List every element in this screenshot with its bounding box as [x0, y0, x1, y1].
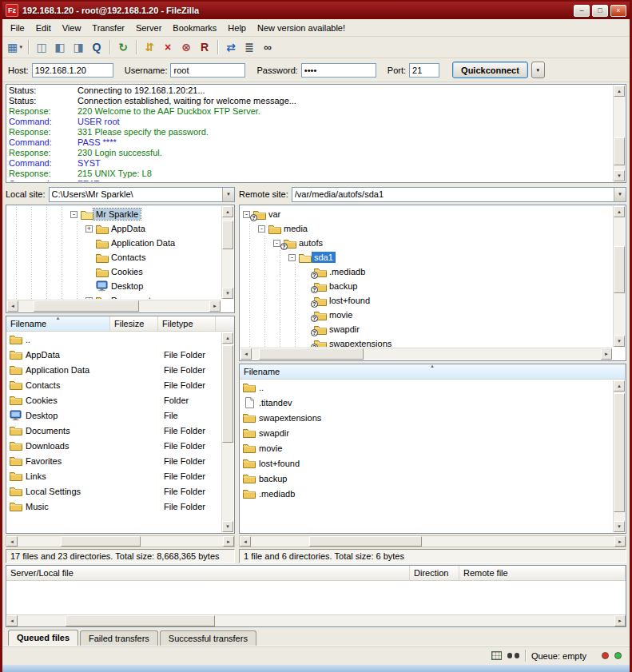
- file-row-documents[interactable]: DocumentsFile Folder: [6, 423, 221, 438]
- scroll-track[interactable]: [614, 217, 625, 336]
- reconnect-icon[interactable]: R: [196, 38, 213, 56]
- column-header-filename[interactable]: Filename▴: [240, 364, 626, 379]
- scroll-thumb[interactable]: [614, 393, 625, 512]
- tree-item-swapextensions[interactable]: ?swapextensions: [242, 336, 612, 347]
- password-input[interactable]: [301, 63, 376, 78]
- quickconnect-button[interactable]: Quickconnect: [452, 62, 528, 78]
- tree-item-media[interactable]: -media: [242, 221, 612, 236]
- scroll-track[interactable]: [251, 536, 614, 547]
- file-row-appdata[interactable]: AppDataFile Folder: [6, 347, 221, 362]
- scroll-down-button[interactable]: ▼: [614, 170, 625, 181]
- scroll-track[interactable]: [222, 344, 233, 521]
- menu-item-view[interactable]: View: [57, 21, 87, 35]
- toggle-local-tree-icon[interactable]: ◧: [51, 38, 69, 56]
- port-input[interactable]: [409, 63, 439, 78]
- scroll-left-button[interactable]: ◄: [240, 536, 251, 547]
- quickconnect-dropdown-button[interactable]: ▼: [531, 62, 545, 78]
- menu-item-server[interactable]: Server: [130, 21, 167, 35]
- scroll-up-button[interactable]: ▲: [614, 380, 625, 392]
- toggle-remote-tree-icon[interactable]: ◨: [70, 38, 87, 56]
- local-list-scrollbar[interactable]: ▲▼: [221, 332, 233, 532]
- minimize-button[interactable]: –: [574, 5, 590, 17]
- menu-item-help[interactable]: Help: [222, 21, 252, 35]
- file-row-downloads[interactable]: DownloadsFile Folder: [6, 438, 221, 453]
- tree-item-swapdir[interactable]: ?swapdir: [242, 322, 612, 336]
- scroll-right-button[interactable]: ►: [601, 348, 612, 360]
- scroll-right-button[interactable]: ►: [223, 536, 234, 547]
- scroll-down-button[interactable]: ▼: [222, 288, 233, 299]
- column-header-remote-file[interactable]: Remote file: [459, 566, 626, 580]
- scroll-thumb[interactable]: [222, 345, 233, 443]
- queue-list-area[interactable]: [6, 581, 626, 614]
- scroll-down-button[interactable]: ▼: [222, 521, 233, 532]
- tree-item-cookies[interactable]: Cookies: [9, 264, 221, 279]
- scroll-down-button[interactable]: ▼: [614, 521, 625, 532]
- scroll-track[interactable]: [614, 97, 625, 170]
- toggle-queue-icon[interactable]: Q: [88, 38, 105, 56]
- scroll-thumb[interactable]: [614, 137, 625, 165]
- local-site-input[interactable]: [50, 188, 222, 201]
- local-tree-scrollbar[interactable]: ▲▼: [221, 206, 233, 299]
- scroll-right-button[interactable]: ►: [614, 536, 626, 547]
- remote-site-dropdown-button[interactable]: ▼: [614, 188, 626, 201]
- collapse-icon[interactable]: -: [273, 240, 280, 247]
- tree-item-application-data[interactable]: Application Data: [9, 236, 221, 250]
- binoculars-icon[interactable]: [507, 652, 519, 659]
- synchronized-browsing-icon[interactable]: ⇄: [222, 38, 240, 56]
- file-row-local-settings[interactable]: Local SettingsFile Folder: [6, 483, 221, 499]
- scroll-track[interactable]: [222, 217, 233, 288]
- column-header-filetype[interactable]: Filetype: [158, 316, 216, 331]
- file-row-favorites[interactable]: FavoritesFile Folder: [6, 453, 221, 468]
- tree-item-mediadb[interactable]: ?.mediadb: [242, 264, 612, 279]
- file-row-swapdir[interactable]: swapdir: [240, 425, 613, 440]
- local-site-dropdown-button[interactable]: ▼: [222, 188, 234, 201]
- file-row-titandev[interactable]: .titandev: [240, 395, 613, 410]
- directory-comparison-icon[interactable]: ≣: [240, 38, 258, 56]
- scroll-right-button[interactable]: ►: [209, 300, 221, 312]
- file-row-cookies[interactable]: CookiesFolder: [6, 392, 221, 408]
- host-input[interactable]: [32, 63, 113, 78]
- file-row-item[interactable]: ..: [6, 332, 221, 347]
- expand-icon[interactable]: +: [85, 225, 93, 233]
- file-row-links[interactable]: LinksFile Folder: [6, 468, 221, 483]
- remote-tree-scrollbar[interactable]: ▲▼: [613, 206, 625, 347]
- disconnect-icon[interactable]: ⊗: [177, 38, 195, 56]
- tree-item-lost-found[interactable]: ?lost+found: [242, 293, 612, 308]
- tree-item-var[interactable]: -?var: [242, 207, 612, 221]
- file-row-swapextensions[interactable]: swapextensions: [240, 410, 613, 425]
- scroll-left-button[interactable]: ◄: [7, 300, 18, 312]
- scroll-up-button[interactable]: ▲: [222, 206, 233, 217]
- scroll-thumb[interactable]: [614, 246, 625, 293]
- menu-item-transfer[interactable]: Transfer: [86, 21, 130, 35]
- scroll-left-button[interactable]: ◄: [240, 348, 252, 360]
- tree-item-contacts[interactable]: Contacts: [9, 250, 221, 264]
- menu-item-file[interactable]: File: [5, 21, 30, 35]
- scroll-thumb[interactable]: [66, 615, 215, 626]
- tree-item-documents[interactable]: +Documents: [9, 293, 221, 299]
- collapse-icon[interactable]: -: [243, 211, 250, 218]
- username-input[interactable]: [170, 63, 245, 78]
- scroll-track[interactable]: [614, 392, 625, 521]
- scroll-track[interactable]: [18, 615, 614, 626]
- remote-list-scrollbar[interactable]: ▲▼: [613, 380, 625, 532]
- column-header-filename[interactable]: Filename▴: [6, 316, 110, 331]
- menu-item-edit[interactable]: Edit: [30, 21, 57, 35]
- scroll-thumb[interactable]: [61, 536, 141, 547]
- tab-failed-transfers[interactable]: Failed transfers: [80, 630, 158, 646]
- file-row-item[interactable]: ..: [240, 380, 613, 395]
- toggle-message-log-icon[interactable]: ◫: [33, 38, 50, 56]
- file-row-music[interactable]: MusicFile Folder: [6, 499, 221, 514]
- scroll-up-button[interactable]: ▲: [614, 206, 625, 217]
- file-row-application-data[interactable]: Application DataFile Folder: [6, 362, 221, 377]
- expand-icon[interactable]: +: [85, 297, 93, 300]
- scroll-up-button[interactable]: ▲: [614, 85, 625, 97]
- tree-item-autofs[interactable]: -?autofs: [242, 236, 612, 250]
- column-header-filesize[interactable]: Filesize: [110, 316, 158, 331]
- remote-tree-horizontal-scrollbar[interactable]: ◄►: [240, 348, 612, 360]
- refresh-icon[interactable]: ↻: [114, 38, 132, 56]
- collapse-icon[interactable]: -: [70, 211, 78, 218]
- remote-site-input[interactable]: [292, 188, 614, 201]
- scroll-track[interactable]: [18, 536, 223, 547]
- remote-list-horizontal-scrollbar[interactable]: ◄►: [239, 535, 626, 547]
- close-button[interactable]: ×: [610, 5, 626, 17]
